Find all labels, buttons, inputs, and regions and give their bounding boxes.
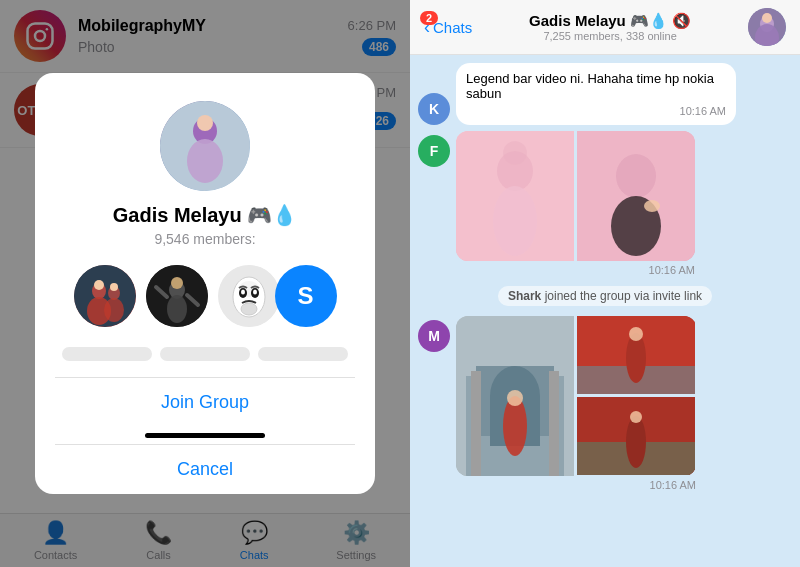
back-label: Chats (433, 19, 472, 36)
svg-rect-40 (577, 131, 695, 261)
msg-avatar-k: K (418, 93, 450, 125)
member-avatar-3 (218, 265, 280, 327)
msg-image-m-red1 (577, 316, 695, 394)
group-name-header: Gadis Melayu 🎮💧 🔇 (529, 12, 691, 30)
svg-point-5 (187, 139, 223, 183)
message-row-f: F (410, 131, 800, 276)
member-name-1 (62, 347, 152, 361)
svg-point-17 (171, 277, 183, 289)
left-panel: MobilegraphyMY 6:26 PM Photo 486 OTAKU 👥… (0, 0, 410, 567)
right-panel: 2 ‹ Chats Gadis Melayu 🎮💧 🔇 7,255 member… (410, 0, 800, 567)
back-button[interactable]: 2 ‹ Chats (424, 17, 472, 38)
home-indicator (145, 433, 265, 438)
svg-point-25 (241, 290, 245, 295)
svg-point-50 (507, 390, 523, 406)
msg-bubble-k: Legend bar video ni. Hahaha time hp noki… (456, 63, 736, 125)
msg-images-m (456, 316, 696, 476)
system-name-shark: Shark (508, 289, 541, 303)
group-info-header[interactable]: Gadis Melayu 🎮💧 🔇 7,255 members, 338 onl… (482, 12, 738, 42)
system-message-shark: Shark joined the group via invite link (410, 282, 800, 310)
svg-rect-47 (471, 371, 481, 476)
member-avatar-1 (74, 265, 136, 327)
join-group-button[interactable]: Join Group (55, 377, 355, 427)
msg-time-f: 10:16 AM (456, 264, 695, 276)
more-members-btn: S (275, 265, 337, 327)
svg-point-13 (110, 283, 118, 291)
group-avatar-header[interactable] (748, 8, 786, 46)
svg-point-10 (94, 280, 104, 290)
chat-area: K Legend bar video ni. Hahaha time hp no… (410, 55, 800, 567)
svg-point-27 (241, 303, 257, 315)
member-name-row (55, 347, 355, 361)
svg-point-16 (167, 295, 187, 323)
back-badge: 2 (420, 11, 438, 25)
message-row-k: K Legend bar video ni. Hahaha time hp no… (410, 63, 800, 125)
system-text-shark: joined the group via invite link (545, 289, 702, 303)
cancel-button[interactable]: Cancel (55, 444, 355, 494)
svg-point-26 (253, 290, 257, 295)
svg-rect-48 (549, 371, 559, 476)
modal-group-name: Gadis Melayu 🎮💧 (113, 203, 298, 227)
msg-content-f: 10:16 AM (456, 131, 695, 276)
msg-images-f (456, 131, 695, 261)
svg-point-57 (626, 416, 646, 468)
member-name-3 (258, 347, 348, 361)
svg-point-58 (630, 411, 642, 423)
svg-point-41 (644, 200, 660, 212)
msg-avatar-m: M (418, 320, 450, 352)
svg-point-6 (197, 115, 213, 131)
modal-member-avatars: S (74, 265, 337, 327)
msg-image-m-arch (456, 316, 574, 476)
member-avatar-2 (146, 265, 208, 327)
msg-time-k: 10:16 AM (466, 105, 726, 117)
chat-header: 2 ‹ Chats Gadis Melayu 🎮💧 🔇 7,255 member… (410, 0, 800, 55)
msg-image-m-red2 (577, 397, 695, 475)
modal-group-avatar (160, 101, 250, 191)
message-row-m: M (410, 316, 800, 491)
modal-overlay[interactable]: Gadis Melayu 🎮💧 9,546 members: (0, 0, 410, 567)
msg-avatar-f: F (418, 135, 450, 167)
msg-time-m: 10:16 AM (456, 479, 696, 491)
msg-content-m: 10:16 AM (456, 316, 696, 491)
group-sub-header: 7,255 members, 338 online (543, 30, 676, 42)
group-header-emojis: 🎮💧 🔇 (630, 12, 691, 29)
member-name-2 (160, 347, 250, 361)
svg-point-54 (629, 327, 643, 341)
modal-members-count: 9,546 members: (154, 231, 255, 247)
msg-image-f-2 (577, 131, 695, 261)
msg-text-k: Legend bar video ni. Hahaha time hp noki… (466, 71, 726, 101)
svg-rect-36 (456, 131, 574, 261)
join-group-modal: Gadis Melayu 🎮💧 9,546 members: (35, 73, 375, 494)
msg-image-f-1 (456, 131, 574, 261)
svg-point-12 (104, 298, 124, 322)
svg-point-31 (762, 13, 772, 23)
group-emoji-badge: 🎮💧 (247, 204, 297, 226)
